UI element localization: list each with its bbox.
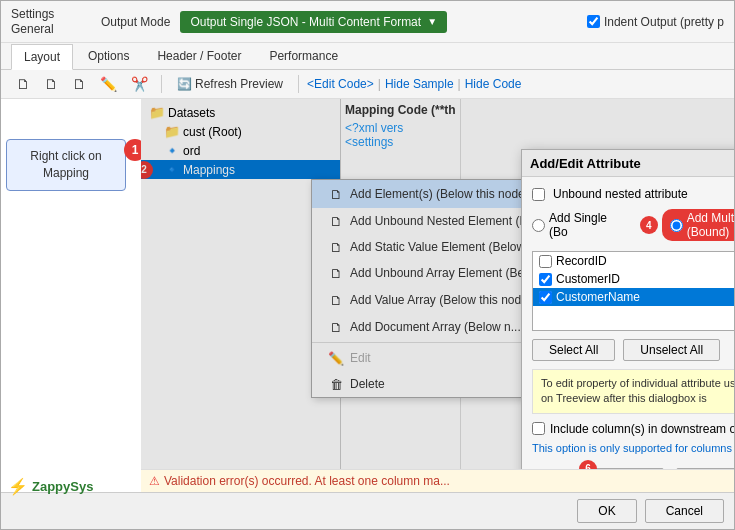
refresh-preview-button[interactable]: 🔄 Refresh Preview [170,74,290,94]
dialog-body: Unbound nested attribute Add Single (Bo … [522,177,734,469]
radio-multiple[interactable]: Add Multiple (Bound) [662,209,734,241]
cb-customername[interactable] [539,291,552,304]
add-edit-dialog: Add/Edit Attribute — ☐ ✕ Unbound nested … [521,149,734,469]
toolbar-sep-3: | [378,77,381,91]
content-area: Right click on Mapping 1 📁 Datasets 📁 cu… [1,99,734,492]
output-mode-label: Output Mode [101,15,170,29]
left-annotation: Right click on Mapping 1 [1,99,141,492]
toolbar-separator-2 [298,75,299,93]
tab-options[interactable]: Options [75,43,142,69]
column-listbox[interactable]: RecordID CustomerID CustomerName [532,251,734,331]
toolbar: 🗋 🗋 🗋 ✏️ ✂️ 🔄 Refresh Preview <Edit Code… [1,70,734,99]
toolbar-btn-1[interactable]: 🗋 [11,73,35,95]
step-badge-6: 6 [579,460,597,469]
toolbar-btn-3[interactable]: 🗋 [67,73,91,95]
customername-label: CustomerName [556,290,640,304]
tab-layout[interactable]: Layout [11,44,73,70]
output-mode-value: Output Single JSON - Multi Content Forma… [190,15,421,29]
dialog-ok-button[interactable]: OK [589,468,664,469]
toolbar-separator [161,75,162,93]
top-bar: Settings General Output Mode Output Sing… [1,1,734,43]
indent-check[interactable]: Indent Output (pretty p [587,15,724,29]
hint-text: This option is only supported for column… [532,442,734,454]
footer-cancel-button[interactable]: Cancel [645,499,724,523]
radio-multiple-label: Add Multiple (Bound) [687,211,734,239]
tabs-row: Layout Options Header / Footer Performan… [1,43,734,70]
toolbar-btn-2[interactable]: 🗋 [39,73,63,95]
hide-sample-label[interactable]: Hide Sample [385,77,454,91]
toolbar-btn-4[interactable]: ✏️ [95,73,122,95]
toolbar-btn-5[interactable]: ✂️ [126,73,153,95]
list-item-recordid[interactable]: RecordID [533,252,734,270]
customerid-label: CustomerID [556,272,620,286]
unbound-row: Unbound nested attribute [532,187,734,201]
radio-multiple-input[interactable] [670,219,683,232]
logo-area: ⚡ ZappySys [8,477,93,496]
include-checkbox[interactable] [532,422,545,435]
list-item-customername[interactable]: CustomerName [533,288,734,306]
unbound-label: Unbound nested attribute [553,187,688,201]
dialog-titlebar: Add/Edit Attribute — ☐ ✕ [522,150,734,177]
dropdown-arrow-icon: ▼ [427,16,437,27]
dialog-cancel-button[interactable]: Cancel [676,468,734,469]
annotation-box: Right click on Mapping [6,139,126,191]
select-buttons-row: Select All Unselect All [532,339,734,361]
cb-recordid[interactable] [539,255,552,268]
include-check-row: Include column(s) in downstream output [532,422,734,436]
validation-bar: ⚠ Validation error(s) occurred. At least… [141,469,734,492]
include-label: Include column(s) in downstream output [550,422,734,436]
footer: OK Cancel [1,492,734,529]
cb-customerid[interactable] [539,273,552,286]
ok-btn-wrap: 6 OK [589,468,664,469]
right-panel: 📁 Datasets 📁 cust (Root) 🔹 ord [141,99,734,492]
logo-text: ZappySys [32,479,93,494]
tab-header-footer[interactable]: Header / Footer [144,43,254,69]
refresh-label: Refresh Preview [195,77,283,91]
radio-multiple-wrap: 4 Add Multiple (Bound) [640,209,734,241]
hide-code-label[interactable]: Hide Code [465,77,522,91]
warning-icon: ⚠ [149,474,160,488]
tab-performance[interactable]: Performance [256,43,351,69]
list-item-customerid[interactable]: CustomerID [533,270,734,288]
logo-icon: ⚡ [8,477,28,496]
info-box: To edit property of individual attribute… [532,369,734,414]
indent-checkbox[interactable] [587,15,600,28]
indent-label: Indent Output (pretty p [604,15,724,29]
validation-text: Validation error(s) occurred. At least o… [164,474,450,488]
dialog-ok-row: 6 OK Cancel [532,462,734,469]
dialog-title: Add/Edit Attribute [530,156,641,171]
footer-ok-button[interactable]: OK [577,499,636,523]
refresh-icon: 🔄 [177,77,192,91]
edit-code-label[interactable]: <Edit Code> [307,77,374,91]
step-badge-4: 4 [640,216,658,234]
output-mode-select[interactable]: Output Single JSON - Multi Content Forma… [180,11,447,33]
unbound-checkbox[interactable] [532,188,545,201]
radio-single-label: Add Single (Bo [549,211,628,239]
recordid-label: RecordID [556,254,607,268]
select-all-button[interactable]: Select All [532,339,615,361]
general-label: General [11,22,91,36]
radio-single-input[interactable] [532,219,545,232]
settings-label: Settings [11,7,91,21]
radio-group: Add Single (Bo 4 Add Multiple (Bound) [532,209,734,241]
radio-single[interactable]: Add Single (Bo [532,211,628,239]
toolbar-sep-4: | [458,77,461,91]
annotation-text: Right click on Mapping [30,149,101,180]
unselect-all-button[interactable]: Unselect All [623,339,720,361]
